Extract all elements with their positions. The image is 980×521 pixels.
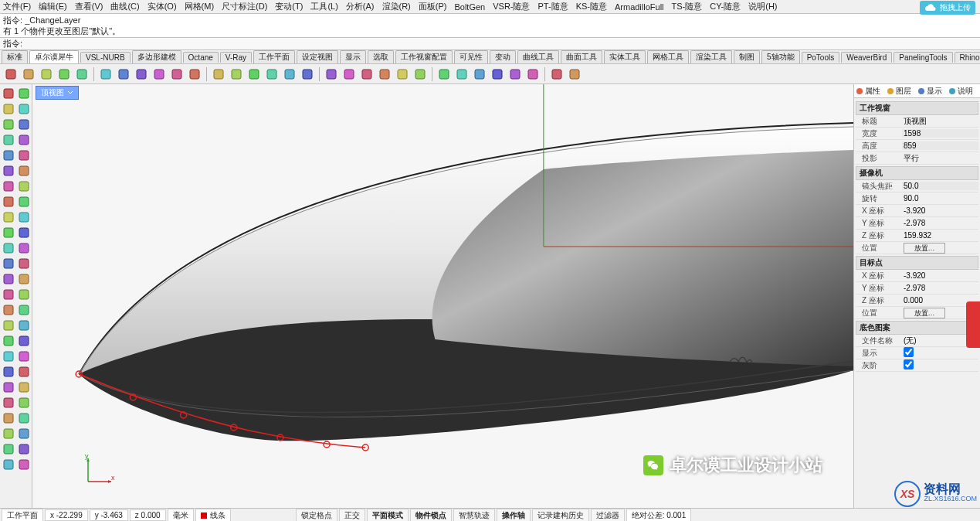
toolbar-tab[interactable]: 标准 <box>2 50 28 63</box>
curve-button[interactable] <box>16 101 31 116</box>
toolbar-tab[interactable]: 多边形建模 <box>132 50 181 63</box>
property-value[interactable] <box>904 336 969 346</box>
annotate-button[interactable] <box>16 395 31 410</box>
options-button[interactable] <box>377 66 392 82</box>
perspective-button[interactable] <box>282 66 297 82</box>
pointer-button[interactable] <box>1 86 15 100</box>
circle3pt-button[interactable] <box>16 117 31 131</box>
split-button[interactable] <box>16 302 31 317</box>
copy-button[interactable] <box>98 66 114 82</box>
toolbar-tab[interactable]: VSL-NURB <box>80 52 131 63</box>
boolean-union-button[interactable] <box>1 271 15 286</box>
sb-unit[interactable]: 毫米 <box>168 509 194 522</box>
sb-toggle[interactable]: 锁定格点 <box>296 509 337 522</box>
array-button[interactable] <box>16 364 31 379</box>
toolbar-tab[interactable]: 显示 <box>340 50 366 63</box>
torus-button[interactable] <box>1 240 15 255</box>
menu-item[interactable]: 编辑(E) <box>39 1 67 12</box>
rectangle-button[interactable] <box>16 132 31 147</box>
properties-button[interactable] <box>359 66 375 82</box>
dim-button[interactable] <box>1 395 15 410</box>
sb-toggle[interactable]: 智慧轨迹 <box>453 509 495 522</box>
property-checkbox[interactable] <box>904 359 914 369</box>
sb-toggle[interactable]: 物件锁点 <box>410 509 452 522</box>
property-value[interactable] <box>904 271 978 280</box>
flow-button[interactable] <box>1 380 15 394</box>
property-value[interactable] <box>904 154 978 162</box>
analyze-button[interactable] <box>1 410 15 425</box>
revolve-button[interactable] <box>16 256 31 271</box>
print-button[interactable] <box>56 66 72 82</box>
rotate-button[interactable] <box>1 349 15 363</box>
command-input[interactable] <box>25 39 977 49</box>
show-button[interactable] <box>412 66 428 82</box>
toolbar-tab[interactable]: 可见性 <box>454 50 488 63</box>
toolbar-tab[interactable]: 工作视窗配置 <box>395 50 453 63</box>
mirror-button[interactable] <box>1 364 15 379</box>
property-value[interactable] <box>904 219 978 227</box>
viewport-title-tab[interactable]: 顶视图 <box>36 86 79 100</box>
match-button[interactable] <box>472 66 487 82</box>
toolbar-tab[interactable]: 5轴功能 <box>761 50 800 63</box>
property-value[interactable] <box>904 194 978 203</box>
property-value[interactable] <box>904 284 978 292</box>
menu-item[interactable]: 工具(L) <box>310 1 337 12</box>
hammer-button[interactable] <box>16 457 31 472</box>
render-small-button[interactable] <box>1 441 15 456</box>
toolbar-tab[interactable]: 卓尔谟犀牛 <box>29 50 79 63</box>
sb-toggle[interactable]: 操作轴 <box>497 509 531 522</box>
history-button[interactable] <box>490 66 505 82</box>
osnap-button[interactable] <box>525 66 541 82</box>
srf-sweep-button[interactable] <box>16 194 31 209</box>
chamfer-button[interactable] <box>16 287 31 301</box>
toolbar-tab[interactable]: 设定视图 <box>297 50 338 63</box>
sb-toggle[interactable]: 平面模式 <box>367 509 409 522</box>
toolbar-tab[interactable]: 渲染工具 <box>690 50 732 63</box>
menu-item[interactable]: 渲染(R) <box>382 1 411 12</box>
box-button[interactable] <box>1 209 15 224</box>
trim-button[interactable] <box>1 302 15 317</box>
toolbar-tab[interactable]: 制图 <box>734 50 760 63</box>
panel-tab-图层[interactable]: 图层 <box>887 86 911 97</box>
toolbar-tab[interactable]: 网格工具 <box>647 50 689 63</box>
lasso-button[interactable] <box>16 86 31 100</box>
layers-button[interactable] <box>341 66 357 82</box>
toolbar-tab[interactable]: WeaverBird <box>841 52 892 63</box>
check-button[interactable] <box>16 410 31 425</box>
sphere-button[interactable] <box>16 209 31 224</box>
property-value[interactable] <box>904 296 978 305</box>
toolbar-tab[interactable]: V-Ray <box>220 52 252 63</box>
polygon-button[interactable] <box>1 148 15 162</box>
group-button[interactable] <box>169 66 185 82</box>
menu-item[interactable]: 曲线(C) <box>110 1 139 12</box>
pan-button[interactable] <box>246 66 262 82</box>
join-button[interactable] <box>1 318 15 332</box>
toolbar-tab[interactable]: 实体工具 <box>604 50 646 63</box>
menu-item[interactable]: 网格(M) <box>185 1 215 12</box>
menu-item[interactable]: 实体(O) <box>148 1 177 12</box>
browse-button[interactable]: … <box>969 336 978 346</box>
sel-crv-button[interactable] <box>16 426 31 441</box>
extrude-button[interactable] <box>1 256 15 271</box>
menu-item[interactable]: 说明(H) <box>748 1 777 12</box>
text-button[interactable] <box>16 163 31 178</box>
menu-item[interactable]: CY-随意 <box>710 1 741 12</box>
panel-tab-说明[interactable]: 说明 <box>948 86 973 97</box>
srf-plane-button[interactable] <box>1 179 15 193</box>
toolbar-tab[interactable]: 工作平面 <box>253 50 295 63</box>
save-button[interactable] <box>39 66 54 82</box>
cut-button[interactable] <box>74 66 90 82</box>
filter-button[interactable] <box>549 66 565 82</box>
sb-layer[interactable]: 线条 <box>195 509 231 522</box>
shade-button[interactable] <box>300 66 315 82</box>
menu-item[interactable]: KS-随意 <box>576 1 607 12</box>
menu-item[interactable]: ArmadilloFull <box>615 2 664 12</box>
menu-item[interactable]: VSR-随意 <box>493 1 530 12</box>
toolbar-tab[interactable]: 变动 <box>490 50 516 63</box>
unlock-button[interactable] <box>454 66 470 82</box>
sel-pts-button[interactable] <box>1 426 15 441</box>
lock-button[interactable] <box>436 66 452 82</box>
pipe-button[interactable] <box>16 240 31 255</box>
rotate-view-button[interactable] <box>264 66 280 82</box>
copy-obj-button[interactable] <box>16 333 31 348</box>
